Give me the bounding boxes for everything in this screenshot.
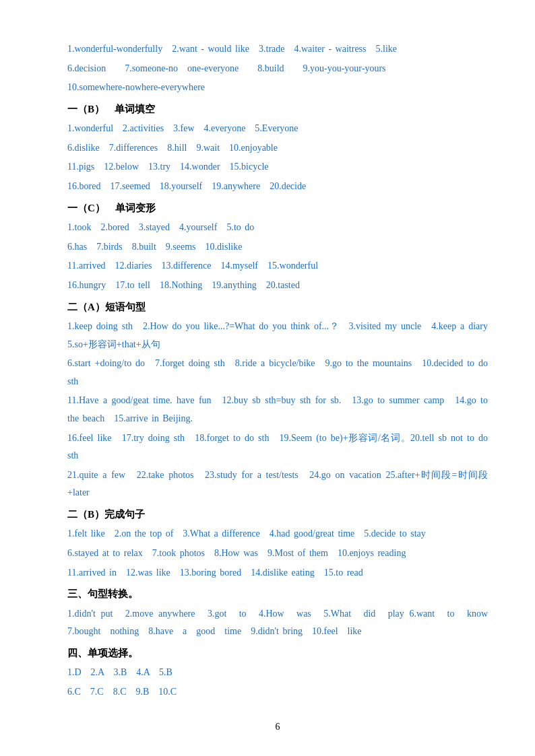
text-line-16: 21.quite a few 22.take photos 23.study f… — [67, 470, 488, 498]
line-14: 11.Have a good/geat time. have fun 12.bu… — [67, 392, 488, 427]
line-2: 6.decision 7.someone-no one-everyone 8.b… — [67, 60, 488, 78]
line-10: 11.arrived 12.diaries 13.difference 14.m… — [67, 257, 488, 275]
text-line-19: 11.arrived in 12.was like 13.boring bore… — [67, 568, 363, 578]
text-line-5: 6.dislike 7.differences 8.hill 9.wait 10… — [67, 143, 278, 153]
text-line-2: 6.decision 7.someone-no one-everyone 8.b… — [67, 63, 386, 73]
section-3-label: 三、句型转换。 — [67, 588, 138, 599]
line-11: 16.hungry 17.to tell 18.Nothing 19.anyth… — [67, 277, 488, 295]
line-6: 11.pigs 12.below 13.try 14.wonder 15.bic… — [67, 158, 488, 176]
section-3-header: 三、句型转换。 — [67, 584, 488, 604]
line-3: 10.somewhere-nowhere-everywhere — [67, 79, 488, 97]
line-9: 6.has 7.birds 8.built 9.seems 10.dislike — [67, 238, 488, 256]
section-b-header: 一（B） 单词填空 — [67, 100, 488, 119]
section-c-label: 一（C） 单词变形 — [67, 203, 156, 213]
text-line-6: 11.pigs 12.below 13.try 14.wonder 15.bic… — [67, 162, 269, 172]
text-line-13: 6.start +doing/to do 7.forget doing sth … — [67, 358, 488, 386]
line-13: 6.start +doing/to do 7.forget doing sth … — [67, 355, 488, 390]
line-20: 1.didn't put 2.move anywhere 3.got to 4.… — [67, 605, 488, 641]
line-18: 6.stayed at to relax 7.took photos 8.How… — [67, 545, 488, 563]
line-7: 16.bored 17.seemed 18.yourself 19.anywhe… — [67, 178, 488, 196]
line-4: 1.wonderful 2.activities 3.few 4.everyon… — [67, 120, 488, 138]
text-line-3: 10.somewhere-nowhere-everywhere — [67, 82, 205, 92]
text-line-1: 1.wonderful-wonderfully 2.want - would l… — [67, 44, 397, 54]
line-21: 1.D 2.A 3.B 4.A 5.B — [67, 664, 488, 682]
section-2b-header: 二（B）完成句子 — [67, 505, 488, 524]
line-8: 1.took 2.bored 3.stayed 4.yourself 5.to … — [67, 219, 488, 237]
text-line-21: 1.D 2.A 3.B 4.A 5.B — [67, 667, 172, 677]
text-line-18: 6.stayed at to relax 7.took photos 8.How… — [67, 548, 406, 558]
section-4-label: 四、单项选择。 — [67, 648, 138, 658]
line-19: 11.arrived in 12.was like 13.boring bore… — [67, 564, 488, 582]
text-line-14: 11.Have a good/geat time. have fun 12.bu… — [67, 395, 488, 423]
text-line-4: 1.wonderful 2.activities 3.few 4.everyon… — [67, 123, 298, 133]
line-17: 1.felt like 2.on the top of 3.What a dif… — [67, 525, 488, 543]
text-line-11: 16.hungry 17.to tell 18.Nothing 19.anyth… — [67, 280, 300, 290]
line-12: 1.keep doing sth 2.How do you like...?=W… — [67, 318, 488, 353]
line-15: 16.feel like 17.try doing sth 18.forget … — [67, 429, 488, 465]
page-number: 6 — [67, 722, 488, 732]
line-16: 21.quite a few 22.take photos 23.study f… — [67, 467, 488, 502]
text-line-10: 11.arrived 12.diaries 13.difference 14.m… — [67, 261, 318, 271]
section-4-header: 四、单项选择。 — [67, 644, 488, 663]
text-line-7: 16.bored 17.seemed 18.yourself 19.anywhe… — [67, 181, 306, 191]
text-line-9: 6.has 7.birds 8.built 9.seems 10.dislike — [67, 242, 242, 252]
text-line-20: 1.didn't put 2.move anywhere 3.got to 4.… — [67, 609, 497, 637]
line-1: 1.wonderful-wonderfully 2.want - would l… — [67, 40, 488, 59]
section-2a-label: 二（A）短语句型 — [67, 302, 146, 312]
text-line-17: 1.felt like 2.on the top of 3.What a dif… — [67, 528, 426, 539]
line-22: 6.C 7.C 8.C 9.B 10.C — [67, 683, 488, 701]
section-2a-header: 二（A）短语句型 — [67, 298, 488, 317]
text-line-22: 6.C 7.C 8.C 9.B 10.C — [67, 687, 177, 697]
text-line-12: 1.keep doing sth 2.How do you like...?=W… — [67, 321, 497, 349]
main-content: 1.wonderful-wonderfully 2.want - would l… — [67, 40, 488, 701]
page-number-text: 6 — [276, 722, 280, 732]
section-c-header: 一（C） 单词变形 — [67, 199, 488, 218]
section-2b-label: 二（B）完成句子 — [67, 509, 145, 520]
text-line-8: 1.took 2.bored 3.stayed 4.yourself 5.to … — [67, 222, 254, 232]
line-5: 6.dislike 7.differences 8.hill 9.wait 10… — [67, 139, 488, 158]
text-line-15: 16.feel like 17.try doing sth 18.forget … — [67, 433, 488, 461]
section-b-label: 一（B） 单词填空 — [67, 104, 155, 114]
